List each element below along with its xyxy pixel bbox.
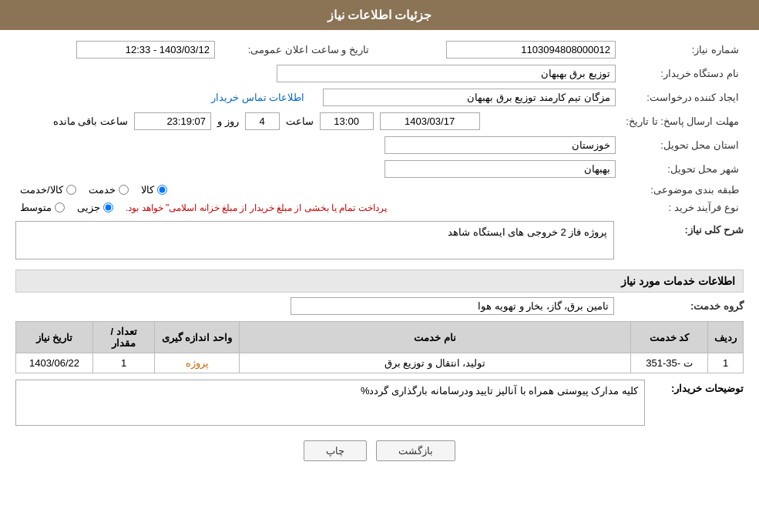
back-button[interactable]: بازگشت — [376, 440, 455, 461]
response-remain-text: ساعت باقی مانده — [53, 115, 128, 127]
requester-label: ایجاد کننده درخواست: — [620, 85, 744, 109]
need-number-label: شماره نیاز: — [620, 38, 744, 62]
page-title: جزئیات اطلاعات نیاز — [327, 8, 432, 22]
row-date: 1403/06/22 — [16, 353, 93, 373]
buyer-station-label: نام دستگاه خریدار: — [620, 62, 744, 85]
requester-value-cell: مزگان تیم کارمند توزیع برق بهبهان اطلاعا… — [15, 85, 620, 109]
requester-field: مزگان تیم کارمند توزیع برق بهبهان — [323, 89, 616, 106]
category-kala-radio[interactable] — [157, 185, 167, 195]
description-textarea[interactable] — [15, 221, 614, 259]
response-time-field: 13:00 — [320, 112, 374, 130]
content-area: شماره نیاز: 1103094808000012 تاریخ و ساع… — [0, 30, 759, 477]
buyer-notes-row: توضیحات خریدار: — [15, 380, 744, 428]
row-code: ت -35-351 — [631, 353, 708, 373]
announce-datetime-value: 1403/03/12 - 12:33 — [15, 38, 220, 62]
purchase-jozei-label: جزیی — [77, 202, 100, 213]
service-group-field: تامین برق، گاز، بخار و تهویه هوا — [291, 297, 614, 315]
purchase-type-warning: پرداخت تمام یا بخشی از مبلغ خریدار از مب… — [126, 202, 387, 213]
purchase-jozei-option[interactable]: جزیی — [77, 202, 113, 213]
response-days-field: 4 — [245, 112, 280, 130]
province-label: استان محل تحویل: — [620, 133, 744, 157]
city-field: بهبهان — [385, 160, 616, 178]
print-button[interactable]: چاپ — [304, 440, 367, 461]
announce-datetime-field: 1403/03/12 - 12:33 — [76, 41, 215, 59]
need-number-field: 1103094808000012 — [446, 41, 616, 59]
announce-datetime-label: تاریخ و ساعت اعلان عمومی: — [220, 38, 374, 62]
purchase-type-label: نوع فرآیند خرید : — [620, 199, 744, 216]
category-kala-khedmat-label: کالا/خدمت — [20, 184, 63, 196]
need-number-value: 1103094808000012 — [374, 38, 620, 62]
description-content — [15, 221, 614, 262]
buyer-station-value: توزیع برق بهبهان — [15, 62, 620, 85]
row-name: تولید، انتقال و توزیع برق — [240, 353, 631, 373]
response-deadline-label: مهلت ارسال پاسخ: تا تاریخ: — [620, 109, 744, 133]
button-row: بازگشت چاپ — [15, 440, 744, 461]
row-number: 1 — [708, 353, 744, 373]
requester-contact-link[interactable]: اطلاعات تماس خریدار — [211, 92, 304, 103]
row-count: 1 — [93, 353, 155, 373]
services-section-title: اطلاعات خدمات مورد نیاز — [15, 269, 744, 293]
table-header-name: نام خدمت — [240, 322, 631, 353]
category-kala-label: کالا — [141, 184, 154, 196]
top-info-table: شماره نیاز: 1103094808000012 تاریخ و ساع… — [15, 38, 744, 216]
service-group-label: گروه خدمت: — [620, 300, 744, 312]
buyer-station-field: توزیع برق بهبهان — [277, 65, 616, 82]
category-khedmat-label: خدمت — [89, 184, 116, 196]
description-row: شرح کلی نیاز: — [15, 221, 744, 262]
category-kala-khedmat-radio[interactable] — [66, 185, 76, 195]
buyer-notes-textarea[interactable] — [15, 380, 645, 426]
buyer-notes-content — [15, 380, 645, 428]
table-header-code: کد خدمت — [631, 322, 708, 353]
purchase-motavasset-option[interactable]: متوسط — [20, 202, 65, 213]
category-label: طبقه بندی موضوعی: — [620, 181, 744, 199]
service-group-row: گروه خدمت: تامین برق، گاز، بخار و تهویه … — [15, 297, 744, 315]
city-value: بهبهان — [15, 157, 620, 181]
response-date-field: 1403/03/17 — [380, 112, 480, 130]
category-radios: کالا/خدمت خدمت کالا — [15, 181, 620, 199]
services-table: ردیف کد خدمت نام خدمت واحد اندازه گیری ت… — [15, 321, 744, 373]
purchase-type-cell: متوسط جزیی پرداخت تمام یا بخشی از مبلغ خ… — [15, 199, 620, 216]
response-time-label: ساعت — [286, 115, 314, 127]
table-header-unit: واحد اندازه گیری — [155, 322, 240, 353]
purchase-jozei-radio[interactable] — [103, 202, 113, 212]
purchase-motavasset-radio[interactable] — [55, 202, 65, 212]
table-header-count: تعداد / مقدار — [93, 322, 155, 353]
city-label: شهر محل تحویل: — [620, 157, 744, 181]
row-unit[interactable]: پروژه — [155, 353, 240, 373]
province-value: خوزستان — [15, 133, 620, 157]
category-khedmat-option[interactable]: خدمت — [89, 184, 129, 196]
description-label: شرح کلی نیاز: — [620, 221, 744, 236]
province-field: خوزستان — [385, 136, 616, 154]
page-header: جزئیات اطلاعات نیاز — [0, 0, 759, 30]
table-row: 1 ت -35-351 تولید، انتقال و توزیع برق پر… — [16, 353, 744, 373]
response-days-label: روز و — [217, 115, 239, 127]
table-header-row: ردیف — [708, 322, 744, 353]
category-khedmat-radio[interactable] — [119, 185, 129, 195]
table-header-date: تاریخ نیاز — [16, 322, 93, 353]
category-kala-khedmat-option[interactable]: کالا/خدمت — [20, 184, 76, 196]
response-deadline-value-cell: ساعت باقی مانده 23:19:07 روز و 4 ساعت 13… — [15, 109, 620, 133]
purchase-motavasset-label: متوسط — [20, 202, 52, 213]
response-remain-label: ساعت باقی مانده — [20, 115, 128, 127]
buyer-notes-label: توضیحات خریدار: — [651, 380, 744, 394]
response-remain-field: 23:19:07 — [134, 112, 211, 130]
category-kala-option[interactable]: کالا — [141, 184, 167, 196]
page-wrapper: جزئیات اطلاعات نیاز شماره نیاز: 11030948… — [0, 0, 759, 532]
